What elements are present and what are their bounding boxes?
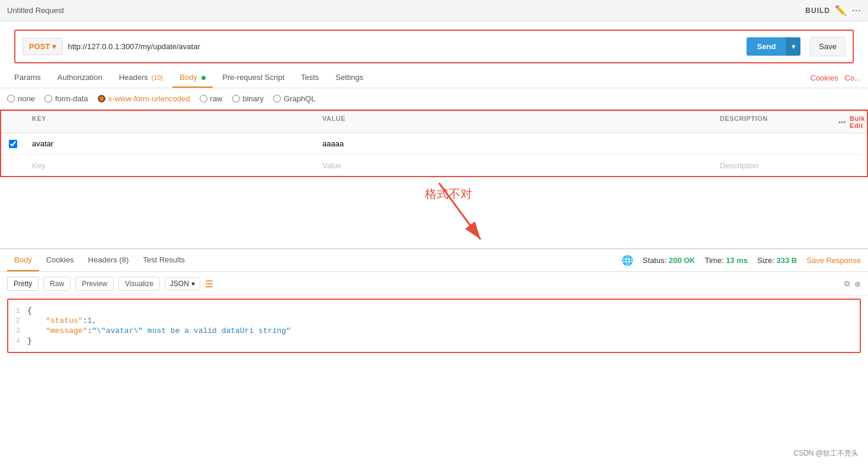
url-input[interactable]: [68, 42, 741, 51]
save-button[interactable]: Save: [810, 37, 845, 56]
response-tab-headers[interactable]: Headers (8): [81, 249, 136, 271]
col-actions: ••• Bulk Edit: [831, 115, 867, 129]
edit-icon[interactable]: ✏️: [835, 5, 847, 16]
tab-params[interactable]: Params: [7, 68, 48, 88]
annotation-area: 格式不对: [0, 177, 868, 248]
body-params-table: KEY VALUE DESCRIPTION ••• Bulk Edit Key …: [0, 110, 868, 177]
format-preview-button[interactable]: Preview: [75, 277, 114, 291]
bulk-edit-button[interactable]: Bulk Edit: [850, 115, 865, 129]
code-val-3: "\"avatar\" must be a valid dataUri stri…: [92, 326, 290, 335]
size-value: 333 B: [777, 256, 797, 265]
col-key: KEY: [25, 115, 315, 129]
code-line-4: 4 }: [8, 336, 860, 346]
svg-line-1: [439, 183, 481, 239]
response-tab-body[interactable]: Body: [7, 249, 39, 271]
placeholder-actions: [831, 162, 867, 169]
method-dropdown-icon: ▾: [52, 42, 56, 51]
row-key-cell[interactable]: [25, 136, 315, 152]
time-label: Time: 13 ms: [704, 256, 748, 265]
annotation-arrow: [427, 177, 498, 248]
method-label: POST: [29, 42, 50, 51]
col-checkbox: [1, 115, 25, 129]
status-label: Status: 200 OK: [643, 256, 696, 265]
tab-authorization[interactable]: Authorization: [50, 68, 110, 88]
top-bar-actions: BUILD ✏️ ⋯: [805, 5, 861, 16]
code-sep-2: :: [83, 316, 88, 325]
response-tab-test-results[interactable]: Test Results: [136, 249, 192, 271]
send-dropdown-button[interactable]: ▾: [786, 37, 800, 56]
request-title: Untitled Request: [7, 6, 64, 15]
globe-icon: 🌐: [622, 255, 633, 266]
table-row-placeholder: Key Value Description: [1, 155, 867, 176]
format-raw-button[interactable]: Raw: [43, 277, 71, 291]
response-right-icons: ⧉ ⊕: [844, 279, 861, 289]
time-value: 13 ms: [726, 256, 748, 265]
row-key-input[interactable]: [32, 139, 308, 148]
tab-body[interactable]: Body: [172, 68, 213, 88]
format-pretty-button[interactable]: Pretty: [7, 277, 39, 291]
radio-raw[interactable]: raw: [200, 94, 223, 103]
code-key-3: "message": [27, 326, 87, 335]
radio-graphql[interactable]: GraphQL: [273, 94, 315, 103]
row-value-cell[interactable]: [315, 136, 713, 152]
build-button[interactable]: BUILD: [805, 7, 830, 15]
more-icon[interactable]: ⋯: [851, 5, 861, 16]
code-line-3: 3 "message" : "\"avatar\" must be a vali…: [8, 326, 860, 336]
line-num-3: 3: [8, 327, 27, 335]
row-value-input[interactable]: [322, 139, 706, 148]
response-code-viewer: 1 { 2 "status" : 1, 3 "message" : "\"ava…: [7, 299, 861, 353]
response-format-bar: Pretty Raw Preview Visualize JSON ▾ ☰ ⧉ …: [0, 272, 868, 296]
table-header: KEY VALUE DESCRIPTION ••• Bulk Edit: [1, 111, 867, 133]
save-response-button[interactable]: Save Response: [806, 256, 861, 265]
copy-icon[interactable]: ⧉: [844, 279, 850, 289]
status-value: 200 OK: [669, 256, 696, 265]
response-tabs: Body Cookies Headers (8) Test Results 🌐 …: [0, 249, 868, 272]
line-num-4: 4: [8, 337, 27, 345]
radio-none[interactable]: none: [7, 94, 35, 103]
more-dots: •••: [838, 118, 846, 126]
url-bar-wrapper: POST ▾ Send ▾ Save: [0, 21, 868, 63]
row-desc-cell[interactable]: [713, 140, 831, 148]
radio-form-data[interactable]: form-data: [44, 94, 88, 103]
col-description: DESCRIPTION: [713, 115, 831, 129]
tab-pre-request[interactable]: Pre-request Script: [215, 68, 292, 88]
request-tabs: Params Authorization Headers (10) Body P…: [0, 68, 868, 88]
code-line-2: 2 "status" : 1,: [8, 316, 860, 326]
row-checkbox[interactable]: [9, 140, 17, 148]
radio-binary[interactable]: binary: [232, 94, 264, 103]
tab-tests[interactable]: Tests: [294, 68, 326, 88]
wrap-icon[interactable]: ☰: [205, 278, 213, 290]
response-headers-badge: (8): [119, 255, 129, 264]
body-dot: [201, 76, 206, 80]
table-row: [1, 133, 867, 155]
format-type-dropdown: ▾: [191, 280, 195, 288]
response-area: Body Cookies Headers (8) Test Results 🌐 …: [0, 248, 868, 353]
code-line-1: 1 {: [8, 306, 860, 316]
tab-settings[interactable]: Settings: [328, 68, 370, 88]
tab-headers[interactable]: Headers (10): [112, 68, 170, 88]
format-type-select[interactable]: JSON ▾: [165, 277, 200, 290]
col-value: VALUE: [315, 115, 713, 129]
body-type-row: none form-data x-www-form-urlencoded raw…: [0, 88, 868, 110]
send-button-group: Send ▾: [747, 37, 801, 56]
row-checkbox-cell[interactable]: [1, 140, 25, 148]
format-type-label: JSON: [170, 280, 189, 288]
clear-icon[interactable]: ⊕: [854, 280, 861, 289]
response-tab-cookies[interactable]: Cookies: [39, 249, 81, 271]
placeholder-description: Description: [713, 158, 831, 174]
placeholder-key[interactable]: Key: [25, 158, 315, 174]
size-label: Size: 333 B: [757, 256, 797, 265]
top-bar: Untitled Request BUILD ✏️ ⋯: [0, 0, 868, 21]
code-sep-3: :: [87, 326, 92, 335]
method-select[interactable]: POST ▾: [23, 38, 63, 55]
format-visualize-button[interactable]: Visualize: [118, 277, 160, 291]
send-button[interactable]: Send: [747, 37, 787, 56]
response-status: 🌐 Status: 200 OK Time: 13 ms Size: 333 B…: [622, 255, 861, 266]
code-val-2: 1,: [87, 316, 97, 325]
cookies-link[interactable]: Cookies Co...: [811, 73, 861, 82]
url-bar: POST ▾ Send ▾ Save: [14, 30, 854, 63]
code-content-4: }: [27, 336, 32, 345]
radio-urlencoded[interactable]: x-www-form-urlencoded: [98, 94, 190, 103]
placeholder-value[interactable]: Value: [315, 158, 713, 174]
row-actions-cell: [831, 140, 867, 148]
